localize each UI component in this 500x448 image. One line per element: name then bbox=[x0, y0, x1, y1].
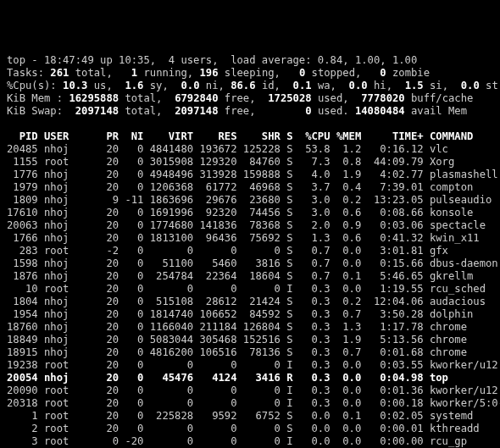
cpu-line: %Cpu(s): 10.3 us, 1.6 sy, 0.0 ni, 86.6 i… bbox=[7, 80, 498, 91]
process-row[interactable]: 1979 nhoj 20 0 1206368 61772 46968 S 3.7… bbox=[7, 181, 473, 193]
process-row[interactable]: 10 root 20 0 0 0 0 I 0.3 0.0 1:19.55 rcu… bbox=[7, 283, 486, 295]
process-row[interactable]: 1766 nhoj 20 0 1813100 96436 75692 S 1.3… bbox=[7, 232, 480, 244]
process-row[interactable]: 1804 nhoj 20 0 515108 28612 21424 S 0.3 … bbox=[7, 296, 486, 307]
process-row[interactable]: 1155 root 20 0 3015908 129320 84760 S 7.… bbox=[7, 156, 454, 168]
process-row[interactable]: 19238 root 20 0 0 0 0 I 0.3 0.0 0:03.55 … bbox=[7, 359, 500, 371]
process-row[interactable]: 18760 nhoj 20 0 1166040 211184 126804 S … bbox=[7, 321, 467, 333]
column-header: PID USER PR NI VIRT RES SHR S %CPU %MEM … bbox=[7, 130, 493, 143]
tasks-line: Tasks: 261 total, 1 running, 196 sleepin… bbox=[7, 67, 430, 79]
process-row[interactable]: 1 root 20 0 225828 9592 6752 S 0.0 0.1 0… bbox=[7, 410, 473, 422]
process-row[interactable]: 1876 nhoj 20 0 254784 22364 18604 S 0.7 … bbox=[7, 270, 473, 282]
process-row[interactable]: 20485 nhoj 20 0 4841480 193672 125228 S … bbox=[7, 143, 448, 155]
process-row[interactable]: 1954 nhoj 20 0 1814740 106652 84592 S 0.… bbox=[7, 308, 473, 320]
process-row[interactable]: 20318 root 20 0 0 0 0 I 0.3 0.0 0:00.18 … bbox=[7, 397, 500, 409]
process-row[interactable]: 3 root 0 -20 0 0 0 I 0.0 0.0 0:00.00 rcu… bbox=[7, 435, 467, 447]
process-row[interactable]: 1598 nhoj 20 0 51100 5460 3816 S 0.7 0.0… bbox=[7, 257, 498, 269]
process-row[interactable]: 20090 root 20 0 0 0 0 I 0.3 0.0 0:01.36 … bbox=[7, 384, 500, 396]
process-row[interactable]: 1809 nhoj 9 -11 1863696 29676 23680 S 3.… bbox=[7, 194, 492, 206]
process-row[interactable]: 1776 nhoj 20 0 4948496 313928 159888 S 4… bbox=[7, 169, 498, 180]
process-row[interactable]: 17610 nhoj 20 0 1691996 92320 74456 S 3.… bbox=[7, 207, 473, 218]
process-row[interactable]: 18849 nhoj 20 0 5083044 305468 152516 S … bbox=[7, 334, 467, 346]
process-row[interactable]: 18915 nhoj 20 0 4816200 106516 78136 S 0… bbox=[7, 346, 467, 358]
process-row-current[interactable]: 20054 nhoj 20 0 45476 4124 3416 R 0.3 0.… bbox=[7, 372, 493, 384]
swap-line: KiB Swap: 2097148 total, 2097148 free, 0… bbox=[7, 105, 467, 117]
mem-line: KiB Mem : 16295888 total, 6792840 free, … bbox=[7, 92, 473, 104]
process-row[interactable]: 283 root -2 0 0 0 0 S 0.7 0.0 3:01.81 gf… bbox=[7, 245, 448, 257]
uptime-line: top - 18:47:49 up 10:35, 4 users, load a… bbox=[7, 54, 417, 66]
process-row[interactable]: 2 root 20 0 0 0 0 S 0.0 0.0 0:00.01 kthr… bbox=[7, 423, 480, 434]
top-terminal[interactable]: top - 18:47:49 up 10:35, 4 users, load a… bbox=[7, 54, 493, 448]
process-row[interactable]: 20063 nhoj 20 0 1774680 141836 78368 S 2… bbox=[7, 219, 486, 231]
